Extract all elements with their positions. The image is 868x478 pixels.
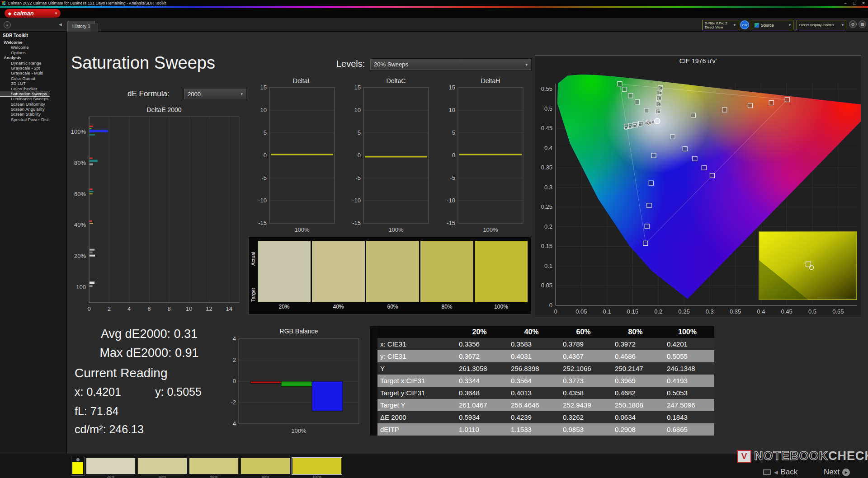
sidebar-item-screen-uniformity[interactable]: Screen Uniformity <box>0 102 66 107</box>
close-button[interactable]: ✕ <box>859 1 868 5</box>
svg-text:-2: -2 <box>231 399 236 406</box>
bottom-swatch-20%[interactable]: 20% <box>86 458 136 478</box>
svg-text:-10: -10 <box>352 197 361 204</box>
bottom-swatch-40%[interactable]: 40% <box>137 458 187 478</box>
table-cell: 0.3356 <box>453 340 505 348</box>
sidebar-item-analysis[interactable]: Analysis <box>0 55 66 60</box>
table-col-header: 60% <box>557 328 609 336</box>
sidebar-item-welcome[interactable]: Welcome <box>0 40 66 45</box>
table-col-header: 20% <box>453 328 505 336</box>
sidebar-item-options[interactable]: Options <box>0 50 66 55</box>
table-cell: 247.5096 <box>661 401 713 409</box>
titlebar: Calman 2022 Calman Ultimate for Business… <box>0 0 868 6</box>
table-cell: 246.1348 <box>661 365 713 372</box>
svg-text:0.3: 0.3 <box>706 308 714 315</box>
bottom-swatch-60%[interactable]: 60% <box>189 458 239 478</box>
svg-text:4: 4 <box>233 335 236 342</box>
chevron-down-icon: ▾ <box>525 62 528 67</box>
calman-logo-button[interactable]: ◆ calman ▾ <box>5 9 61 18</box>
svg-text:-15: -15 <box>258 220 267 226</box>
chevron-down-icon: ▾ <box>55 11 57 15</box>
chevron-down-icon: ▾ <box>789 23 791 27</box>
bottom-swatch-100%[interactable]: 100% <box>292 458 342 478</box>
svg-text:20%: 20% <box>74 253 86 259</box>
sidebar-tree: WelcomeWelcomeOptionsAnalysisDynamic Ran… <box>0 40 66 122</box>
table-cell: 0.5055 <box>661 352 713 360</box>
sidebar-item-color-gamut[interactable]: Color Gamut <box>0 76 66 81</box>
svg-text:6: 6 <box>147 305 151 312</box>
sidebar-item-screen-angularity[interactable]: Screen Angularity <box>0 107 66 112</box>
svg-text:0: 0 <box>554 308 557 315</box>
reading-x: x: 0.4201 <box>75 385 121 398</box>
svg-text:-10: -10 <box>258 197 267 204</box>
sidebar-header: SDR Toolkit <box>0 32 66 40</box>
bottom-swatch-80%[interactable]: 80% <box>241 458 290 478</box>
table-cell: 0.3773 <box>557 377 609 384</box>
levels-dropdown[interactable]: 20% Sweeps ▾ <box>370 58 532 70</box>
svg-text:-5: -5 <box>450 174 455 181</box>
source-label: Source <box>761 23 774 28</box>
measurement-table: 20%40%60%80%100%x: CIE310.33560.35830.37… <box>370 326 714 436</box>
sidebar-item-screen-stability[interactable]: Screen Stability <box>0 112 66 117</box>
table-row: Target y:CIE310.36480.40130.43580.46820.… <box>370 387 714 399</box>
max-de2000: Max dE2000: 0.91 <box>81 343 217 362</box>
table-cell: 0.3672 <box>453 352 505 360</box>
layout-grid-button[interactable]: ▦ <box>859 20 866 28</box>
settings-gear-button[interactable]: ⚙ <box>849 20 857 28</box>
sidebar-collapse-icon[interactable]: ◀ <box>59 22 62 27</box>
table-cell: 0.4193 <box>661 377 713 384</box>
sidebar-item-saturation-sweeps[interactable]: Saturation Sweeps <box>0 91 50 96</box>
monitor-icon[interactable] <box>763 469 771 475</box>
de-summary: Avg dE2000: 0.31 Max dE2000: 0.91 <box>81 324 217 362</box>
table-cell: 0.4358 <box>557 389 609 397</box>
svg-text:DeltaH: DeltaH <box>481 77 500 84</box>
svg-text:0.15: 0.15 <box>627 308 638 315</box>
sidebar-item-luminance-sweeps[interactable]: Luminance Sweeps <box>0 96 66 101</box>
svg-text:14: 14 <box>226 305 232 312</box>
table-row-label: dEITP <box>377 426 453 433</box>
meter-button[interactable]: X-Rite i1Pro 2 Direct View ▾ <box>702 20 738 30</box>
tab-stub[interactable] <box>90 23 98 32</box>
sidebar-item-spectral-power-dist-[interactable]: Spectral Power Dist. <box>0 117 66 122</box>
watermark-text-2: CHECK <box>828 449 868 463</box>
minimize-button[interactable]: – <box>841 1 850 5</box>
svg-text:-5: -5 <box>261 174 267 181</box>
sidebar-item-dynamic-range[interactable]: Dynamic Range <box>0 61 66 66</box>
svg-text:-15: -15 <box>352 220 361 226</box>
sidebar-item-welcome[interactable]: Welcome <box>0 45 66 50</box>
tab-label: History 1 <box>72 24 90 29</box>
de-formula-dropdown[interactable]: 2000 ▾ <box>184 88 247 100</box>
next-button[interactable]: Next ▶ <box>824 468 850 477</box>
cie-diagram-panel: CIE 1976 u'v'000.050.050.10.10.150.150.2… <box>535 55 861 318</box>
sidebar-item-grayscale-2pt[interactable]: Grayscale - 2pt <box>0 66 66 70</box>
svg-text:100: 100 <box>76 284 86 291</box>
svg-text:-4: -4 <box>231 420 236 427</box>
cie-current-marker <box>655 118 660 124</box>
back-button[interactable]: ◀ Back <box>774 468 797 477</box>
table-row-label: Target Y <box>377 401 453 409</box>
table-cell: 252.9439 <box>557 401 609 409</box>
source-button[interactable]: Source ▾ <box>752 20 793 30</box>
table-row-label: Y <box>377 365 453 372</box>
svg-text:10: 10 <box>354 107 361 113</box>
reading-y: y: 0.5055 <box>155 385 202 398</box>
svg-text:0.25: 0.25 <box>678 308 689 315</box>
svg-text:15: 15 <box>260 84 267 91</box>
table-cell: 1.1533 <box>505 426 557 433</box>
active-patch-preview[interactable] <box>71 457 85 476</box>
workflow-menu-button[interactable]: ≡ <box>4 21 11 28</box>
sidebar-item-grayscale-multi[interactable]: Grayscale - Multi <box>0 70 66 75</box>
maximize-button[interactable]: ▢ <box>850 1 859 5</box>
table-cell: 0.3972 <box>609 340 661 348</box>
table-row: Y261.3058256.8398252.1066250.2147246.134… <box>370 362 714 375</box>
table-cell: 0.4367 <box>557 352 609 360</box>
svg-text:100%: 100% <box>291 427 307 434</box>
svg-text:0.4: 0.4 <box>757 308 765 315</box>
table-row: x: CIE310.33560.35830.37890.39720.4201 <box>370 338 714 350</box>
svg-text:4: 4 <box>127 305 131 312</box>
display-control-button[interactable]: Direct Display Control ▾ <box>797 20 846 30</box>
sidebar-item-colorchecker[interactable]: ColorChecker <box>0 86 66 91</box>
sidebar-item-3d-lut[interactable]: 3D LUT <box>0 81 66 86</box>
meter-label: X-Rite i1Pro 2 Direct View <box>705 21 727 29</box>
table-row-label: Target y:CIE31 <box>377 389 453 397</box>
